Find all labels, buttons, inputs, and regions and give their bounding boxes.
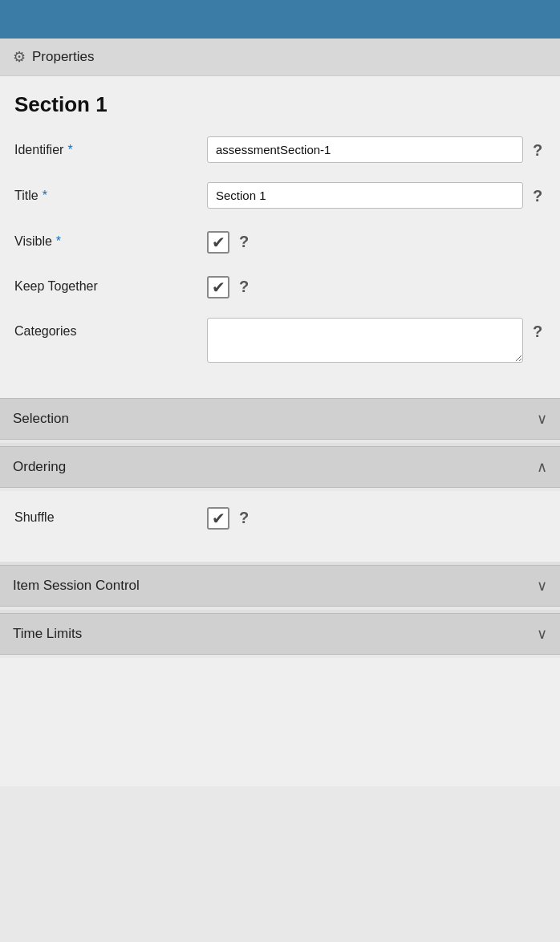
categories-field-wrap: ?: [207, 318, 546, 363]
title-field-wrap: ?: [207, 182, 546, 209]
shuffle-checkbox[interactable]: ✔: [207, 507, 229, 530]
categories-label: Categories: [14, 318, 207, 339]
gear-icon: ⚙: [13, 48, 26, 66]
main-content: Section 1 Identifier * ? Title * ? Visib…: [0, 76, 560, 398]
ordering-accordion-label: Ordering: [13, 459, 66, 475]
ordering-accordion-content: Shuffle ✔ ?: [0, 491, 560, 562]
ordering-accordion: Ordering ∧: [0, 446, 560, 488]
categories-field-group: Categories ?: [14, 318, 546, 363]
time-limits-chevron-icon: ∨: [537, 625, 547, 643]
visible-label: Visible *: [14, 228, 207, 249]
categories-input[interactable]: [207, 318, 523, 363]
identifier-field-group: Identifier * ?: [14, 136, 546, 163]
title-input[interactable]: [207, 182, 523, 209]
ordering-chevron-icon: ∧: [537, 458, 547, 476]
keep-together-field-wrap: ✔ ?: [207, 273, 546, 298]
shuffle-field-wrap: ✔ ?: [207, 504, 546, 530]
item-session-control-accordion-label: Item Session Control: [13, 578, 140, 594]
ordering-accordion-header[interactable]: Ordering ∧: [0, 447, 560, 487]
item-session-control-accordion: Item Session Control ∨: [0, 565, 560, 607]
identifier-field-wrap: ?: [207, 136, 546, 163]
properties-header-title: Properties: [32, 49, 94, 65]
visible-field-wrap: ✔ ?: [207, 228, 546, 254]
title-label: Title *: [14, 182, 207, 203]
shuffle-label: Shuffle: [14, 504, 207, 525]
categories-help-icon[interactable]: ?: [530, 318, 546, 341]
keep-together-field-group: Keep Together ✔ ?: [14, 273, 546, 298]
keep-together-label: Keep Together: [14, 273, 207, 294]
keep-together-checkbox-wrap: ✔: [207, 273, 229, 298]
selection-accordion-header[interactable]: Selection ∨: [0, 399, 560, 439]
item-session-control-chevron-icon: ∨: [537, 577, 547, 595]
properties-header: ⚙ Properties: [0, 39, 560, 76]
visible-field-group: Visible * ✔ ?: [14, 228, 546, 254]
top-bar: [0, 0, 560, 39]
visible-checkbox[interactable]: ✔: [207, 231, 229, 254]
selection-chevron-icon: ∨: [537, 410, 547, 428]
time-limits-accordion-label: Time Limits: [13, 626, 82, 642]
item-session-control-accordion-header[interactable]: Item Session Control ∨: [0, 566, 560, 606]
keep-together-checkbox[interactable]: ✔: [207, 276, 229, 298]
bottom-space: [0, 658, 560, 786]
selection-accordion-label: Selection: [13, 411, 69, 427]
time-limits-accordion-header[interactable]: Time Limits ∨: [0, 614, 560, 654]
section-title: Section 1: [14, 92, 546, 117]
time-limits-accordion: Time Limits ∨: [0, 613, 560, 655]
shuffle-help-icon[interactable]: ?: [236, 504, 252, 527]
identifier-help-icon[interactable]: ?: [530, 136, 546, 160]
title-field-group: Title * ?: [14, 182, 546, 209]
selection-accordion: Selection ∨: [0, 398, 560, 440]
visible-help-icon[interactable]: ?: [236, 228, 252, 251]
identifier-label: Identifier *: [14, 136, 207, 157]
visible-required-star: *: [56, 234, 61, 249]
shuffle-checkbox-wrap: ✔: [207, 504, 229, 530]
keep-together-help-icon[interactable]: ?: [236, 273, 252, 296]
title-required-star: *: [43, 189, 47, 203]
title-help-icon[interactable]: ?: [530, 182, 546, 205]
identifier-input[interactable]: [207, 136, 523, 163]
shuffle-field-group: Shuffle ✔ ?: [14, 504, 546, 530]
visible-checkbox-wrap: ✔: [207, 228, 229, 254]
identifier-required-star: *: [67, 143, 72, 157]
